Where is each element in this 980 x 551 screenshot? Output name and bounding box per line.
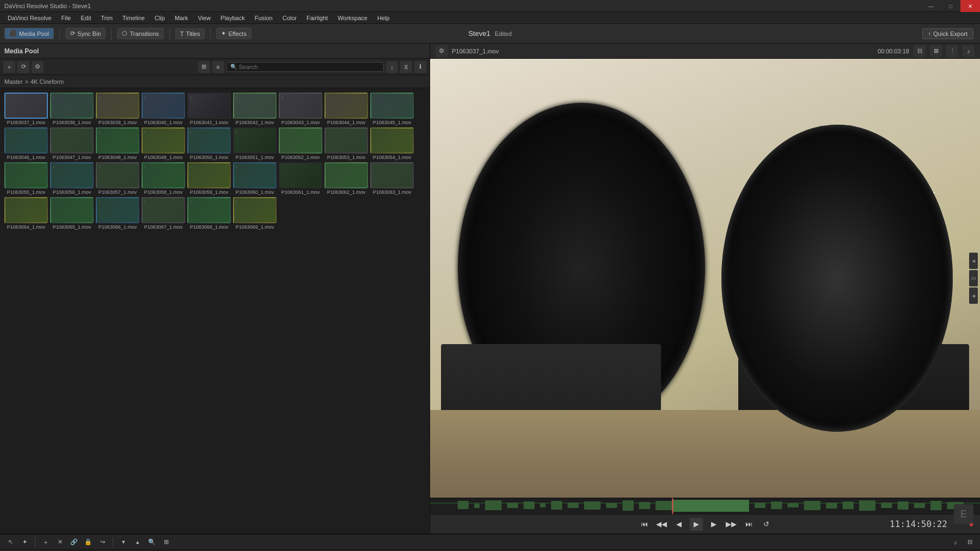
media-clip-9[interactable]: P1063046_1.mov <box>4 127 48 160</box>
tl-delete-clip[interactable]: ✕ <box>54 537 66 548</box>
menu-mark[interactable]: Mark <box>170 14 192 22</box>
skip-back-button[interactable]: ⏮ <box>638 518 651 531</box>
new-bin-button[interactable]: + <box>3 61 15 73</box>
tl-zoom-in[interactable]: ⊞ <box>160 537 172 548</box>
tl-insert[interactable]: ↪ <box>96 537 108 548</box>
media-clip-26[interactable]: P1063063_1.mov <box>370 162 414 195</box>
view-options-button[interactable]: ⚙ <box>32 61 44 73</box>
media-clip-24[interactable]: P1063061_1.mov <box>279 162 322 195</box>
media-clip-14[interactable]: ♪P1063051_1.mov <box>233 127 277 160</box>
sort-button[interactable]: ↕ <box>386 61 398 73</box>
media-clip-29[interactable]: ♪P1063066_1.mov <box>96 197 139 230</box>
media-clip-3[interactable]: ♪P1063040_1.mov <box>142 93 185 125</box>
tl-collapase[interactable]: ▾ <box>118 537 130 548</box>
media-clip-30[interactable]: ♪P1063067_1.mov <box>142 197 185 230</box>
preview-audio-button[interactable]: ♪ <box>963 45 975 57</box>
menu-workspace[interactable]: Workspace <box>333 14 372 22</box>
media-clip-23[interactable]: ♪P1063060_1.mov <box>233 162 277 195</box>
media-clip-28[interactable]: P1063065_1.mov <box>50 197 94 230</box>
side-panel-btn-3[interactable]: ◀ <box>969 287 978 304</box>
step-fwd-button[interactable]: ▶▶ <box>725 518 738 531</box>
breadcrumb-folder[interactable]: 4K Cineform <box>30 78 64 85</box>
menu-file[interactable]: File <box>57 14 76 22</box>
media-clip-1[interactable]: ♪P1063038_1.mov <box>50 93 94 125</box>
search-input[interactable] <box>239 64 381 70</box>
media-clip-31[interactable]: ♪P1063068_1.mov <box>187 197 231 230</box>
menu-timeline[interactable]: Timeline <box>118 14 149 22</box>
quick-export-button[interactable]: ↑ Quick Export <box>922 28 973 39</box>
transitions-button[interactable]: ⬡ Transitions <box>117 28 163 39</box>
loop-button[interactable]: ↺ <box>759 518 773 531</box>
menu-clip[interactable]: Clip <box>150 14 169 22</box>
side-panel-btn-1[interactable]: ◀ <box>969 253 978 269</box>
menu-bar: DaVinci Resolve File Edit Trim Timeline … <box>0 12 980 24</box>
menu-view[interactable]: View <box>193 14 215 22</box>
tl-mixer[interactable]: ⊟ <box>964 537 976 548</box>
menu-trim[interactable]: Trim <box>96 14 117 22</box>
media-clip-13[interactable]: ♪P1063050_1.mov <box>187 127 231 160</box>
media-clip-12[interactable]: ♪P1063049_1.mov <box>142 127 185 160</box>
next-frame-button[interactable]: ▶ <box>707 518 720 531</box>
media-clip-22[interactable]: ♪P1063059_1.mov <box>187 162 231 195</box>
menu-color[interactable]: Color <box>278 14 301 22</box>
media-clip-20[interactable]: ♪P1063057_1.mov <box>96 162 139 195</box>
skip-fwd-button[interactable]: ⏭ <box>742 518 755 531</box>
tl-clip-lock[interactable]: 🔒 <box>82 537 94 548</box>
filter-button[interactable]: ⧖ <box>400 61 412 73</box>
maximize-button[interactable]: □ <box>941 0 960 12</box>
media-clip-19[interactable]: ♪P1063056_1.mov <box>50 162 94 195</box>
menu-playback[interactable]: Playback <box>216 14 249 22</box>
media-clip-0[interactable]: P1063037_1.mov <box>4 93 48 125</box>
menu-edit[interactable]: Edit <box>76 14 95 22</box>
media-clip-5[interactable]: ♪P1063042_1.mov <box>233 93 277 125</box>
preview-settings-button[interactable]: ⚙ <box>436 45 448 57</box>
metadata-button[interactable]: ℹ <box>414 61 426 73</box>
media-clip-15[interactable]: P1063052_1.mov <box>279 127 322 160</box>
media-clip-18[interactable]: P1063055_1.mov <box>4 162 48 195</box>
tl-tool-edit[interactable]: ✦ <box>19 537 30 548</box>
media-clip-4[interactable]: ♪P1063041_1.mov <box>187 93 231 125</box>
preview-options-button[interactable]: ⋮ <box>946 45 958 57</box>
menu-davinci[interactable]: DaVinci Resolve <box>3 14 56 22</box>
close-button[interactable]: ✕ <box>960 0 980 12</box>
tl-add-track[interactable]: + <box>40 537 52 548</box>
breadcrumb-master[interactable]: Master <box>4 78 23 85</box>
media-clip-10[interactable]: P1063047_1.mov <box>50 127 94 160</box>
minimize-button[interactable]: — <box>921 0 941 12</box>
titles-button[interactable]: T Titles <box>175 28 205 39</box>
media-clip-7[interactable]: P1063044_1.mov <box>324 93 368 125</box>
preview-zoom-button[interactable]: ⊟ <box>914 45 926 57</box>
auto-sync-button[interactable]: ⟳ <box>17 61 29 73</box>
menu-fusion[interactable]: Fusion <box>250 14 277 22</box>
media-clip-11[interactable]: ♪P1063048_1.mov <box>96 127 139 160</box>
media-clip-25[interactable]: P1063062_1.mov <box>324 162 368 195</box>
menu-help[interactable]: Help <box>373 14 394 22</box>
step-back-button[interactable]: ◀◀ <box>655 518 668 531</box>
preview-header: ⚙ P1063037_1.mov 00:00:03:18 ⊟ ⊠ ⋮ ♪ <box>430 44 980 59</box>
tl-audio-meter[interactable]: ♪ <box>950 537 961 548</box>
tl-tool-select[interactable]: ↖ <box>4 537 16 548</box>
thumb-image-15 <box>279 127 322 154</box>
media-clip-27[interactable]: P1063064_1.mov <box>4 197 48 230</box>
media-clip-21[interactable]: ♪P1063058_1.mov <box>142 162 185 195</box>
menu-fairlight[interactable]: Fairlight <box>302 14 332 22</box>
preview-fullscreen-button[interactable]: ⊠ <box>930 45 942 57</box>
side-panel-btn-2[interactable]: 20 <box>969 270 978 286</box>
grid-view-button[interactable]: ⊞ <box>198 61 210 73</box>
list-view-button[interactable]: ≡ <box>212 61 224 73</box>
effects-button[interactable]: ✦ Effects <box>216 28 251 39</box>
play-button[interactable]: ▶ <box>690 518 703 531</box>
prev-frame-button[interactable]: ◀ <box>672 518 685 531</box>
media-clip-8[interactable]: P1063045_1.mov <box>370 93 414 125</box>
media-clip-32[interactable]: ♪P1063069_1.mov <box>233 197 277 230</box>
media-clip-2[interactable]: ♪P1063039_1.mov <box>96 93 139 125</box>
media-clip-16[interactable]: P1063053_1.mov <box>324 127 368 160</box>
tl-zoom-out[interactable]: 🔍 <box>146 537 158 548</box>
media-pool-button[interactable]: ⬛ Media Pool <box>4 28 54 39</box>
tl-expand[interactable]: ▴ <box>132 537 144 548</box>
media-clip-17[interactable]: P1063054_1.mov <box>370 127 414 160</box>
tl-link[interactable]: 🔗 <box>68 537 80 548</box>
media-clip-6[interactable]: ♪P1063043_1.mov <box>279 93 322 125</box>
sync-bin-button[interactable]: ⟳ Sync Bin <box>65 28 106 39</box>
preview-waveform[interactable] <box>430 498 980 514</box>
